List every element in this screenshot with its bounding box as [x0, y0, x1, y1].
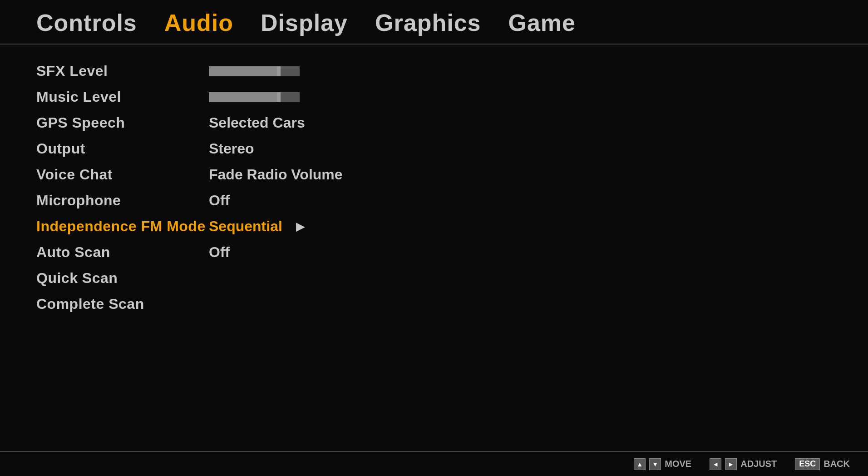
- setting-value-output: Stereo: [209, 140, 254, 157]
- down-arrow-icon: ▼: [649, 458, 661, 470]
- tab-controls[interactable]: Controls: [36, 9, 137, 44]
- content-area: SFX LevelMusic LevelGPS SpeechSelected C…: [0, 45, 868, 331]
- back-label: BACK: [824, 459, 850, 469]
- settings-row-sfx-level[interactable]: SFX Level: [36, 58, 832, 84]
- tab-graphics[interactable]: Graphics: [375, 9, 481, 44]
- settings-row-complete-scan[interactable]: Complete Scan: [36, 291, 832, 317]
- settings-table: SFX LevelMusic LevelGPS SpeechSelected C…: [36, 58, 832, 317]
- slider-music-level[interactable]: [209, 92, 300, 102]
- setting-label-gps-speech: GPS Speech: [36, 114, 209, 131]
- up-arrow-icon: ▲: [634, 458, 646, 470]
- esc-key-icon: ESC: [795, 458, 820, 470]
- setting-value-auto-scan: Off: [209, 244, 230, 261]
- setting-value-microphone: Off: [209, 192, 230, 209]
- adjust-label: ADJUST: [740, 459, 777, 469]
- right-arrow-icon: ►: [725, 458, 737, 470]
- setting-label-auto-scan: Auto Scan: [36, 244, 209, 261]
- setting-label-complete-scan: Complete Scan: [36, 296, 209, 312]
- setting-label-voice-chat: Voice Chat: [36, 166, 209, 183]
- tab-audio[interactable]: Audio: [164, 9, 233, 44]
- left-arrow-icon: ◄: [710, 458, 721, 470]
- setting-label-independence-fm-mode: Independence FM Mode: [36, 218, 209, 235]
- tab-game[interactable]: Game: [508, 9, 576, 44]
- setting-value-music-level: [209, 92, 300, 102]
- slider-sfx-level[interactable]: [209, 66, 300, 76]
- cursor-arrow-icon: ▶: [296, 220, 304, 233]
- settings-row-microphone[interactable]: MicrophoneOff: [36, 188, 832, 213]
- nav-tabs: ControlsAudioDisplayGraphicsGame: [0, 0, 868, 45]
- settings-row-gps-speech[interactable]: GPS SpeechSelected Cars: [36, 110, 832, 136]
- settings-row-independence-fm-mode[interactable]: Independence FM ModeSequential▶: [36, 213, 832, 239]
- settings-row-voice-chat[interactable]: Voice ChatFade Radio Volume: [36, 162, 832, 188]
- settings-row-quick-scan[interactable]: Quick Scan: [36, 265, 832, 291]
- move-label: MOVE: [665, 459, 691, 469]
- setting-label-sfx-level: SFX Level: [36, 63, 209, 79]
- move-hint: ▲ ▼ MOVE: [634, 458, 691, 470]
- settings-row-auto-scan[interactable]: Auto ScanOff: [36, 239, 832, 265]
- setting-label-output: Output: [36, 140, 209, 157]
- settings-row-music-level[interactable]: Music Level: [36, 84, 832, 110]
- setting-value-gps-speech: Selected Cars: [209, 114, 305, 131]
- back-hint: ESC BACK: [795, 458, 850, 470]
- setting-value-independence-fm-mode: Sequential▶: [209, 218, 304, 235]
- tab-display[interactable]: Display: [261, 9, 348, 44]
- setting-label-microphone: Microphone: [36, 192, 209, 209]
- settings-row-output[interactable]: OutputStereo: [36, 136, 832, 162]
- bottom-bar: ▲ ▼ MOVE ◄ ► ADJUST ESC BACK: [0, 451, 868, 476]
- setting-value-sfx-level: [209, 66, 300, 76]
- setting-value-voice-chat: Fade Radio Volume: [209, 166, 343, 183]
- setting-label-music-level: Music Level: [36, 89, 209, 105]
- setting-label-quick-scan: Quick Scan: [36, 270, 209, 287]
- adjust-hint: ◄ ► ADJUST: [710, 458, 777, 470]
